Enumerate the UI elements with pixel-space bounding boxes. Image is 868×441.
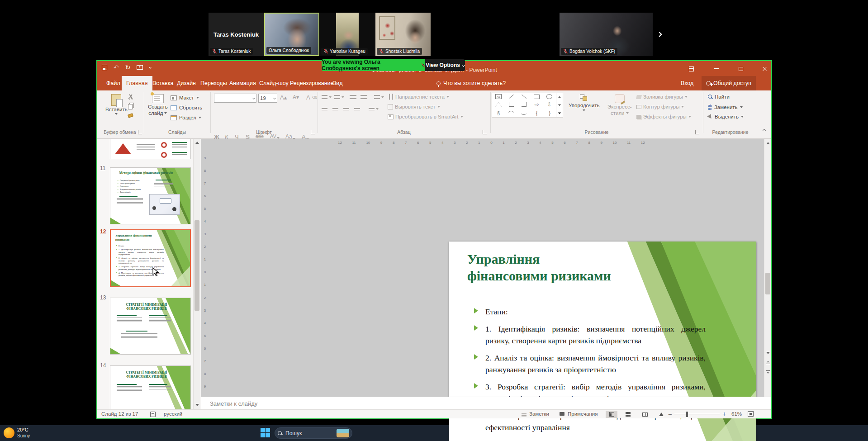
section-button[interactable]: Раздел xyxy=(171,115,201,120)
zoom-out-button[interactable]: − xyxy=(668,410,672,418)
new-slide-button[interactable]: Создать слайд xyxy=(148,94,168,116)
zoom-level[interactable]: 61% xyxy=(731,411,742,417)
arrange-button[interactable]: Упорядочить xyxy=(569,94,599,111)
participant-tile-olga[interactable]: Ольга Слободянюк xyxy=(264,13,319,56)
paste-button[interactable]: Вставить xyxy=(105,94,128,115)
decrease-indent-button[interactable] xyxy=(350,95,356,100)
spell-check-icon[interactable] xyxy=(150,412,156,417)
select-button[interactable]: Выделить xyxy=(708,114,744,119)
thumb-scrollbar-handle[interactable] xyxy=(194,220,199,311)
view-normal-button[interactable] xyxy=(606,411,617,418)
numbering-button[interactable] xyxy=(334,95,344,100)
oval-shape-icon[interactable] xyxy=(546,94,552,99)
align-text-button[interactable]: Выровнять текст xyxy=(388,104,440,109)
curve-shape-icon[interactable] xyxy=(521,111,526,115)
textbox-shape-icon[interactable]: A≡ xyxy=(495,94,502,99)
layout-button[interactable]: Макет xyxy=(171,95,199,100)
minimize-button[interactable] xyxy=(709,64,724,74)
scribble-shape-icon[interactable]: § xyxy=(497,110,500,116)
text-direction-button[interactable]: Направление текста xyxy=(388,94,449,100)
fit-to-window-button[interactable] xyxy=(748,411,754,417)
editor-canvas[interactable]: Управління фінансовими ризиками Етапи: 1… xyxy=(209,147,764,397)
thumb-scroll-down-button[interactable] xyxy=(194,402,200,408)
scrollbar-handle[interactable] xyxy=(765,273,770,294)
tell-me-box[interactable]: Что вы хотите сделать? xyxy=(432,76,510,90)
arrow-shape-icon[interactable] xyxy=(522,95,526,99)
right-arrow-shape-icon[interactable]: ⇨ xyxy=(535,101,539,108)
previous-slide-button[interactable] xyxy=(765,360,771,366)
sign-in-button[interactable]: Вход xyxy=(676,76,698,90)
find-button[interactable]: Найти xyxy=(708,94,730,100)
right-brace-shape-icon[interactable]: } xyxy=(549,110,550,116)
tab-view[interactable]: Вид xyxy=(328,76,347,90)
notes-pane[interactable]: Заметки к слайду xyxy=(201,397,771,409)
view-slideshow-button[interactable] xyxy=(655,411,667,418)
start-button[interactable] xyxy=(261,428,270,438)
thumbnail-slide-14[interactable]: СТРАТЕГІЇ МІНІМІЗАЦІЇ ФІНАНСОВИХ РИЗИКІВ xyxy=(110,365,191,409)
participant-tile-taras[interactable]: Taras Kosteniuk Taras Kosteniuk xyxy=(209,13,264,56)
language-indicator[interactable]: русский xyxy=(164,411,182,417)
thumb-scroll-up-button[interactable] xyxy=(194,140,200,146)
grow-font-button[interactable]: A▴ xyxy=(280,94,287,101)
down-arrow-shape-icon[interactable]: ⇩ xyxy=(547,101,552,108)
paragraph-dialog-launcher[interactable] xyxy=(483,130,487,134)
elbow-shape-icon[interactable] xyxy=(509,102,514,107)
participant-tile-yaroslav[interactable]: Yaroslav Kurageu xyxy=(320,13,375,56)
shapes-gallery[interactable]: A≡ ⇨ ⇩ § { } xyxy=(492,93,556,118)
scroll-up-button[interactable] xyxy=(765,140,771,146)
view-sorter-button[interactable] xyxy=(622,411,634,418)
line-shape-icon[interactable] xyxy=(509,95,514,99)
format-painter-button[interactable] xyxy=(128,114,133,117)
font-size-combo[interactable]: 19 xyxy=(258,94,277,103)
comments-toggle[interactable]: Примечания xyxy=(568,411,598,417)
font-dialog-launcher[interactable] xyxy=(311,130,315,134)
ribbon-display-options-button[interactable] xyxy=(683,64,699,74)
increase-indent-button[interactable] xyxy=(360,95,367,100)
search-input[interactable]: Пошук xyxy=(275,427,352,439)
triangle-shape-icon[interactable] xyxy=(495,102,502,107)
editor-scrollbar[interactable] xyxy=(764,139,771,397)
copy-button[interactable] xyxy=(128,104,133,109)
smartart-button[interactable]: Преобразовать в SmartArt xyxy=(388,114,463,119)
thumbnail-slide-12-selected[interactable]: Управління фінансовими ризиками Етапи: 1… xyxy=(110,229,191,287)
restore-button[interactable] xyxy=(733,64,749,74)
line-spacing-button[interactable] xyxy=(374,95,384,100)
reset-button[interactable]: Сбросить xyxy=(171,105,202,110)
replace-button[interactable]: abacЗаменить xyxy=(708,104,743,110)
weather-temp[interactable]: 20°C xyxy=(17,427,28,432)
shape-outline-button[interactable]: Контур фигуры xyxy=(636,104,684,109)
rectangle-shape-icon[interactable] xyxy=(534,95,540,99)
shape-effects-button[interactable]: Эффекты фигуры xyxy=(636,114,691,119)
justify-button[interactable] xyxy=(354,107,360,111)
next-slide-button[interactable] xyxy=(765,369,771,375)
gallery-up-icon[interactable] xyxy=(558,96,561,98)
shapes-gallery-scrollbar[interactable] xyxy=(556,93,563,118)
notes-toggle[interactable]: Заметки xyxy=(529,411,549,417)
zoom-slider-track[interactable] xyxy=(674,414,720,414)
share-button[interactable]: Общий доступ xyxy=(702,76,756,90)
align-center-button[interactable] xyxy=(332,107,338,111)
zoom-in-button[interactable]: + xyxy=(722,410,726,417)
thumbnail-slide-10[interactable] xyxy=(110,139,191,159)
collapse-ribbon-button[interactable] xyxy=(763,129,765,132)
strip-next-button[interactable] xyxy=(655,26,664,43)
columns-button[interactable] xyxy=(369,107,379,111)
font-name-combo[interactable] xyxy=(214,94,256,103)
slide-title[interactable]: Управління фінансовими ризиками xyxy=(467,251,621,284)
left-brace-shape-icon[interactable]: { xyxy=(536,110,538,116)
drawing-dialog-launcher[interactable] xyxy=(695,130,699,134)
bullets-button[interactable] xyxy=(322,95,332,100)
weather-sun-icon[interactable] xyxy=(4,427,14,438)
view-reading-button[interactable] xyxy=(639,411,651,418)
horizontal-ruler[interactable]: 1211109876543210123456789101112 xyxy=(209,139,764,147)
weather-condition[interactable]: Sunny xyxy=(17,433,30,438)
elbow-arrow-shape-icon[interactable] xyxy=(522,102,526,107)
scroll-down-button[interactable] xyxy=(765,350,771,356)
zoom-slider-handle[interactable] xyxy=(686,412,688,417)
view-options-button[interactable]: View Options xyxy=(425,59,465,71)
align-left-button[interactable] xyxy=(322,107,327,111)
gallery-down-icon[interactable] xyxy=(558,104,561,106)
slide-body[interactable]: Етапи: 1. Ідентифікація ризиків: визначе… xyxy=(474,306,709,439)
participant-tile-bogdan[interactable]: Bogdan Volchok (SKF) xyxy=(560,13,653,56)
gallery-more-icon[interactable] xyxy=(558,112,561,114)
